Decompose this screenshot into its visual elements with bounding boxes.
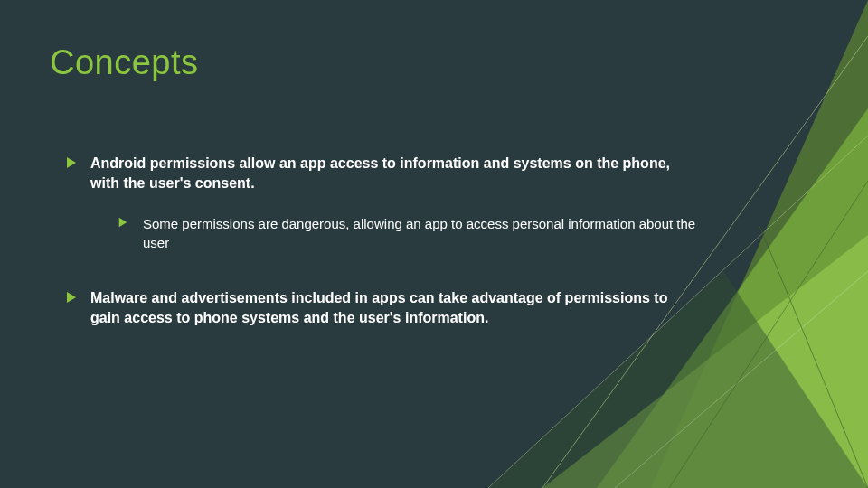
svg-marker-2 (67, 292, 76, 303)
svg-marker-0 (67, 157, 76, 168)
svg-marker-1 (119, 218, 127, 227)
bullet-text: Malware and advertisements included in a… (90, 290, 667, 325)
svg-line-10 (760, 226, 868, 488)
bullet-level1: Android permissions allow an app access … (65, 154, 696, 252)
slide: Concepts Android permissions allow an ap… (0, 0, 868, 488)
play-arrow-icon (65, 156, 78, 169)
play-arrow-icon (65, 291, 78, 304)
content-area: Android permissions allow an app access … (65, 154, 696, 349)
bullet-level2: Some permissions are dangerous, allowing… (118, 214, 696, 252)
svg-line-11 (669, 181, 868, 488)
bullet-text: Android permissions allow an app access … (90, 155, 670, 191)
bullet-level1: Malware and advertisements included in a… (65, 288, 696, 329)
play-arrow-icon (118, 217, 130, 230)
bullet-text: Some permissions are dangerous, allowing… (143, 216, 695, 250)
slide-title: Concepts (50, 43, 199, 82)
